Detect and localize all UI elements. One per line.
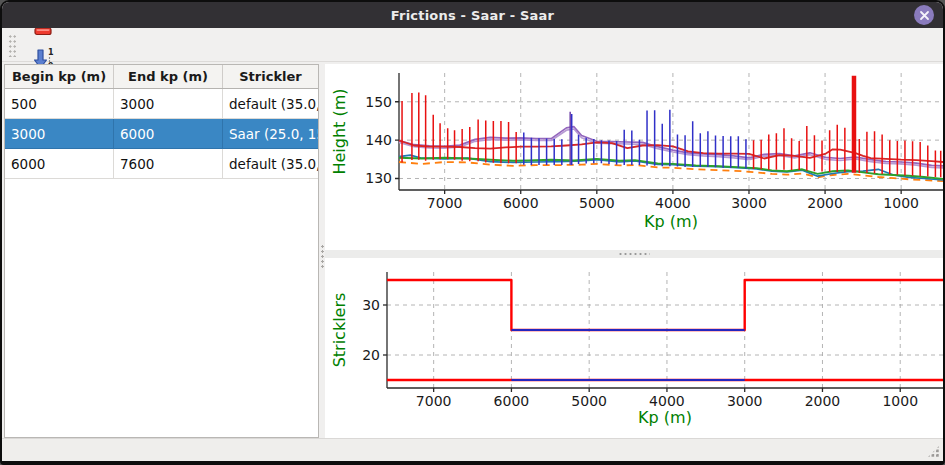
svg-text:7000: 7000 — [416, 393, 452, 409]
charts-panel: 7000600050004000300020001000130140150Kp … — [325, 64, 943, 438]
svg-text:130: 130 — [365, 170, 392, 186]
table-row[interactable]: 60007600default (35.0, … — [5, 149, 318, 179]
cell-strickler[interactable]: default (35.0, … — [223, 149, 319, 179]
status-bar — [2, 438, 943, 461]
table-header-row: Begin kp (m)End kp (m)Strickler — [5, 65, 318, 89]
close-icon — [919, 10, 930, 21]
titlebar[interactable]: Frictions - Saar - Saar — [2, 2, 943, 28]
svg-text:5000: 5000 — [579, 195, 615, 211]
svg-text:6000: 6000 — [503, 195, 539, 211]
stricklers-chart: 70006000500040003000200010002030Kp (m)St… — [325, 258, 943, 439]
column-header-2[interactable]: Strickler — [223, 65, 319, 89]
frictions-window: Frictions - Saar - Saar 19 Begin kp (m)E… — [0, 0, 945, 465]
series-lines — [387, 280, 943, 380]
frictions-table: Begin kp (m)End kp (m)Strickler 5003000d… — [5, 65, 318, 179]
axes — [395, 73, 943, 194]
axes — [383, 272, 943, 392]
svg-text:150: 150 — [365, 94, 392, 110]
x-axis-label: Kp (m) — [638, 408, 692, 427]
window-title: Frictions - Saar - Saar — [391, 8, 554, 23]
svg-text:1000: 1000 — [882, 393, 918, 409]
svg-text:6000: 6000 — [494, 393, 530, 409]
splitter-dots-icon — [618, 252, 650, 256]
toolbar-drag-handle[interactable] — [7, 33, 16, 57]
svg-text:4000: 4000 — [649, 393, 685, 409]
svg-text:1000: 1000 — [883, 195, 919, 211]
y-axis-label: Stricklers — [330, 292, 349, 367]
svg-text:30: 30 — [362, 297, 380, 313]
cross-section-spikes — [402, 76, 941, 178]
cell-end[interactable]: 7600 — [114, 149, 223, 179]
cell-end[interactable]: 6000 — [114, 119, 223, 149]
svg-text:7000: 7000 — [427, 195, 463, 211]
cell-begin[interactable]: 3000 — [5, 119, 114, 149]
svg-text:20: 20 — [362, 347, 380, 363]
svg-text:1: 1 — [48, 48, 54, 57]
column-header-1[interactable]: End kp (m) — [114, 65, 223, 89]
series-lines — [399, 127, 943, 182]
tick-labels: 70006000500040003000200010002030 — [362, 297, 918, 409]
close-button[interactable] — [914, 5, 934, 25]
resize-grip-icon[interactable] — [927, 445, 940, 458]
table-row[interactable]: 30006000Saar (25.0, 15.0) — [5, 119, 318, 149]
frictions-table-panel: Begin kp (m)End kp (m)Strickler 5003000d… — [4, 64, 319, 438]
toolbar: 19 — [2, 28, 943, 62]
cell-begin[interactable]: 500 — [5, 89, 114, 119]
svg-text:4000: 4000 — [655, 195, 691, 211]
svg-text:3000: 3000 — [731, 195, 767, 211]
cell-strickler[interactable]: default (35.0, … — [223, 89, 319, 119]
table-row[interactable]: 5003000default (35.0, … — [5, 89, 318, 119]
svg-text:3000: 3000 — [727, 393, 763, 409]
cell-strickler[interactable]: Saar (25.0, 15.0) — [223, 119, 319, 149]
y-axis-label: Height (m) — [330, 88, 349, 174]
cell-begin[interactable]: 6000 — [5, 149, 114, 179]
x-axis-label: Kp (m) — [644, 212, 698, 231]
column-header-0[interactable]: Begin kp (m) — [5, 65, 114, 89]
svg-text:2000: 2000 — [807, 195, 843, 211]
cell-end[interactable]: 3000 — [114, 89, 223, 119]
svg-text:2000: 2000 — [805, 393, 841, 409]
height-profile-chart: 7000600050004000300020001000130140150Kp … — [325, 64, 943, 250]
main-area: Begin kp (m)End kp (m)Strickler 5003000d… — [2, 62, 943, 438]
svg-text:140: 140 — [365, 132, 392, 148]
horizontal-splitter[interactable] — [325, 250, 943, 258]
svg-text:5000: 5000 — [571, 393, 607, 409]
